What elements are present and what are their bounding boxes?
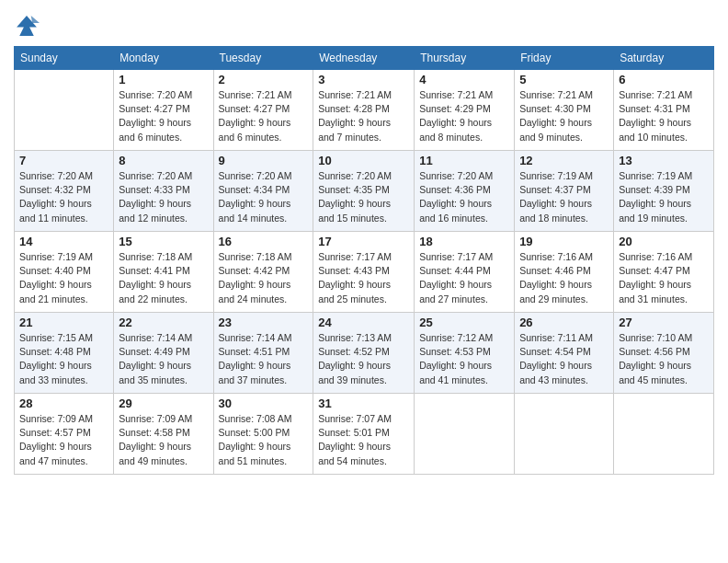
day-info: Sunrise: 7:18 AM Sunset: 4:41 PM Dayligh… (119, 250, 208, 306)
day-info: Sunrise: 7:09 AM Sunset: 4:57 PM Dayligh… (19, 412, 108, 468)
day-info: Sunrise: 7:14 AM Sunset: 4:49 PM Dayligh… (119, 331, 208, 387)
calendar-week-row: 14Sunrise: 7:19 AM Sunset: 4:40 PM Dayli… (15, 232, 714, 313)
day-info: Sunrise: 7:21 AM Sunset: 4:27 PM Dayligh… (219, 88, 309, 144)
day-number: 30 (219, 396, 309, 410)
day-info: Sunrise: 7:21 AM Sunset: 4:31 PM Dayligh… (619, 88, 709, 144)
day-number: 4 (419, 73, 509, 86)
day-number: 2 (219, 73, 309, 86)
page: SundayMondayTuesdayWednesdayThursdayFrid… (0, 0, 728, 563)
day-info: Sunrise: 7:16 AM Sunset: 4:47 PM Dayligh… (619, 250, 709, 306)
day-info: Sunrise: 7:17 AM Sunset: 4:44 PM Dayligh… (419, 250, 509, 306)
calendar-cell: 20Sunrise: 7:16 AM Sunset: 4:47 PM Dayli… (614, 232, 714, 313)
calendar-cell: 15Sunrise: 7:18 AM Sunset: 4:41 PM Dayli… (114, 232, 213, 313)
logo (14, 13, 43, 39)
day-info: Sunrise: 7:09 AM Sunset: 4:58 PM Dayligh… (119, 412, 208, 468)
calendar-cell: 5Sunrise: 7:21 AM Sunset: 4:30 PM Daylig… (515, 70, 614, 151)
day-number: 3 (318, 73, 409, 86)
calendar-cell: 29Sunrise: 7:09 AM Sunset: 4:58 PM Dayli… (114, 394, 213, 475)
calendar-cell (614, 394, 714, 475)
day-number: 16 (219, 235, 309, 248)
calendar-week-row: 21Sunrise: 7:15 AM Sunset: 4:48 PM Dayli… (15, 313, 714, 394)
day-number: 28 (19, 396, 108, 410)
day-info: Sunrise: 7:15 AM Sunset: 4:48 PM Dayligh… (19, 331, 108, 387)
day-info: Sunrise: 7:20 AM Sunset: 4:33 PM Dayligh… (119, 169, 208, 225)
day-number: 23 (219, 316, 309, 329)
calendar-cell: 2Sunrise: 7:21 AM Sunset: 4:27 PM Daylig… (213, 70, 313, 151)
logo-icon (14, 13, 40, 39)
calendar-week-row: 28Sunrise: 7:09 AM Sunset: 4:57 PM Dayli… (15, 394, 714, 475)
weekday-header-cell: Sunday (15, 47, 114, 70)
day-number: 18 (419, 235, 509, 248)
day-number: 24 (318, 316, 409, 329)
calendar-cell: 30Sunrise: 7:08 AM Sunset: 5:00 PM Dayli… (213, 394, 313, 475)
weekday-header-cell: Saturday (614, 47, 714, 70)
weekday-header-cell: Wednesday (313, 47, 415, 70)
calendar-cell (415, 394, 515, 475)
day-info: Sunrise: 7:13 AM Sunset: 4:52 PM Dayligh… (318, 331, 409, 387)
calendar-cell: 27Sunrise: 7:10 AM Sunset: 4:56 PM Dayli… (614, 313, 714, 394)
day-number: 8 (119, 154, 208, 167)
day-info: Sunrise: 7:21 AM Sunset: 4:30 PM Dayligh… (519, 88, 609, 144)
day-number: 13 (619, 154, 709, 167)
weekday-header-cell: Tuesday (213, 47, 313, 70)
calendar-table: SundayMondayTuesdayWednesdayThursdayFrid… (14, 46, 714, 475)
day-number: 21 (19, 316, 108, 329)
day-number: 26 (519, 316, 609, 329)
day-info: Sunrise: 7:21 AM Sunset: 4:28 PM Dayligh… (318, 88, 409, 144)
day-info: Sunrise: 7:10 AM Sunset: 4:56 PM Dayligh… (619, 331, 709, 387)
calendar-cell: 7Sunrise: 7:20 AM Sunset: 4:32 PM Daylig… (15, 151, 114, 232)
calendar-cell: 4Sunrise: 7:21 AM Sunset: 4:29 PM Daylig… (415, 70, 515, 151)
calendar-cell: 9Sunrise: 7:20 AM Sunset: 4:34 PM Daylig… (213, 151, 313, 232)
weekday-header-cell: Thursday (415, 47, 515, 70)
day-number: 10 (318, 154, 409, 167)
day-info: Sunrise: 7:20 AM Sunset: 4:32 PM Dayligh… (19, 169, 108, 225)
calendar-cell: 8Sunrise: 7:20 AM Sunset: 4:33 PM Daylig… (114, 151, 213, 232)
day-number: 29 (119, 396, 208, 410)
day-number: 22 (119, 316, 208, 329)
day-number: 11 (419, 154, 509, 167)
weekday-header-cell: Friday (515, 47, 614, 70)
calendar-cell (15, 70, 114, 151)
calendar-cell: 10Sunrise: 7:20 AM Sunset: 4:35 PM Dayli… (313, 151, 415, 232)
svg-marker-1 (31, 16, 40, 23)
day-info: Sunrise: 7:07 AM Sunset: 5:01 PM Dayligh… (318, 412, 409, 468)
day-info: Sunrise: 7:19 AM Sunset: 4:37 PM Dayligh… (519, 169, 609, 225)
day-number: 20 (619, 235, 709, 248)
calendar-cell: 11Sunrise: 7:20 AM Sunset: 4:36 PM Dayli… (415, 151, 515, 232)
day-info: Sunrise: 7:18 AM Sunset: 4:42 PM Dayligh… (219, 250, 309, 306)
day-info: Sunrise: 7:19 AM Sunset: 4:39 PM Dayligh… (619, 169, 709, 225)
calendar-cell: 1Sunrise: 7:20 AM Sunset: 4:27 PM Daylig… (114, 70, 213, 151)
day-info: Sunrise: 7:20 AM Sunset: 4:36 PM Dayligh… (419, 169, 509, 225)
calendar-cell: 23Sunrise: 7:14 AM Sunset: 4:51 PM Dayli… (213, 313, 313, 394)
calendar-cell: 19Sunrise: 7:16 AM Sunset: 4:46 PM Dayli… (515, 232, 614, 313)
calendar-cell: 26Sunrise: 7:11 AM Sunset: 4:54 PM Dayli… (515, 313, 614, 394)
day-info: Sunrise: 7:20 AM Sunset: 4:27 PM Dayligh… (119, 88, 208, 144)
calendar-cell: 17Sunrise: 7:17 AM Sunset: 4:43 PM Dayli… (313, 232, 415, 313)
day-number: 17 (318, 235, 409, 248)
calendar-cell: 22Sunrise: 7:14 AM Sunset: 4:49 PM Dayli… (114, 313, 213, 394)
calendar-cell: 6Sunrise: 7:21 AM Sunset: 4:31 PM Daylig… (614, 70, 714, 151)
calendar-cell: 31Sunrise: 7:07 AM Sunset: 5:01 PM Dayli… (313, 394, 415, 475)
day-info: Sunrise: 7:17 AM Sunset: 4:43 PM Dayligh… (318, 250, 409, 306)
calendar-cell: 12Sunrise: 7:19 AM Sunset: 4:37 PM Dayli… (515, 151, 614, 232)
weekday-header-cell: Monday (114, 47, 213, 70)
calendar-cell: 13Sunrise: 7:19 AM Sunset: 4:39 PM Dayli… (614, 151, 714, 232)
day-number: 1 (119, 73, 208, 86)
calendar-week-row: 7Sunrise: 7:20 AM Sunset: 4:32 PM Daylig… (15, 151, 714, 232)
calendar-cell: 24Sunrise: 7:13 AM Sunset: 4:52 PM Dayli… (313, 313, 415, 394)
day-number: 31 (318, 396, 409, 410)
calendar-cell: 14Sunrise: 7:19 AM Sunset: 4:40 PM Dayli… (15, 232, 114, 313)
calendar-week-row: 1Sunrise: 7:20 AM Sunset: 4:27 PM Daylig… (15, 70, 714, 151)
day-info: Sunrise: 7:14 AM Sunset: 4:51 PM Dayligh… (219, 331, 309, 387)
calendar-cell: 21Sunrise: 7:15 AM Sunset: 4:48 PM Dayli… (15, 313, 114, 394)
calendar-cell: 18Sunrise: 7:17 AM Sunset: 4:44 PM Dayli… (415, 232, 515, 313)
day-number: 15 (119, 235, 208, 248)
day-info: Sunrise: 7:20 AM Sunset: 4:34 PM Dayligh… (219, 169, 309, 225)
day-info: Sunrise: 7:08 AM Sunset: 5:00 PM Dayligh… (219, 412, 309, 468)
header (14, 9, 714, 39)
day-number: 25 (419, 316, 509, 329)
day-number: 9 (219, 154, 309, 167)
day-number: 27 (619, 316, 709, 329)
calendar-cell: 16Sunrise: 7:18 AM Sunset: 4:42 PM Dayli… (213, 232, 313, 313)
day-info: Sunrise: 7:20 AM Sunset: 4:35 PM Dayligh… (318, 169, 409, 225)
